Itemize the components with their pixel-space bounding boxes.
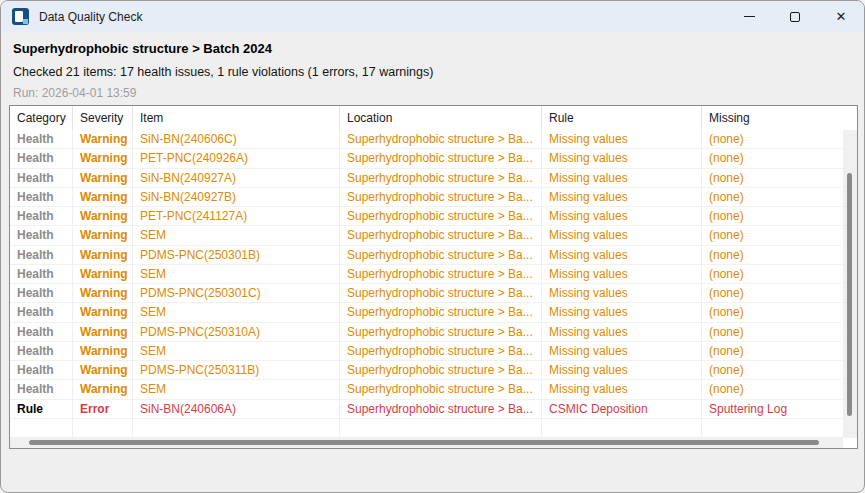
cell-location: Superhydrophobic structure > Ba...: [340, 265, 542, 283]
cell-rule: Missing values: [542, 169, 702, 187]
vertical-scrollbar[interactable]: [843, 130, 857, 437]
cell-location: Superhydrophobic structure > Ba...: [340, 246, 542, 264]
table-row[interactable]: Health Warning PDMS-PNC(250301B) Superhy…: [10, 246, 857, 265]
cell-item: SEM: [133, 226, 340, 244]
cell-location: Superhydrophobic structure > Ba...: [340, 361, 542, 379]
cell-item: SiN-BN(240927A): [133, 169, 340, 187]
table-row[interactable]: Health Warning SiN-BN(240927B) Superhydr…: [10, 188, 857, 207]
cell-rule: Missing values: [542, 361, 702, 379]
column-header-severity[interactable]: Severity: [73, 106, 133, 130]
cell-item: SEM: [133, 342, 340, 360]
app-document-icon: [12, 8, 29, 25]
cell-missing: Sputtering Log: [702, 400, 857, 418]
check-summary: Checked 21 items: 17 health issues, 1 ru…: [13, 65, 852, 79]
cell-severity: Warning: [73, 361, 133, 379]
cell-missing: (none): [702, 246, 857, 264]
cell-location: Superhydrophobic structure > Ba...: [340, 303, 542, 321]
cell-category: Health: [10, 246, 73, 264]
cell-missing: (none): [702, 265, 857, 283]
cell-missing: (none): [702, 169, 857, 187]
cell-item: PDMS-PNC(250301C): [133, 284, 340, 302]
table-row[interactable]: Health Warning SEM Superhydrophobic stru…: [10, 342, 857, 361]
summary-block: Superhydrophobic structure > Batch 2024 …: [1, 32, 864, 100]
cell-category: Health: [10, 303, 73, 321]
horizontal-scrollbar-thumb[interactable]: [29, 440, 819, 445]
cell-severity: Warning: [73, 265, 133, 283]
cell-location: Superhydrophobic structure > Ba...: [340, 207, 542, 225]
cell-location: Superhydrophobic structure > Ba...: [340, 149, 542, 167]
cell-item: SEM: [133, 265, 340, 283]
cell-rule: Missing values: [542, 246, 702, 264]
cell-category: Health: [10, 188, 73, 206]
close-icon: ✕: [836, 10, 847, 23]
cell-rule: Missing values: [542, 130, 702, 148]
table-row[interactable]: Health Warning SEM Superhydrophobic stru…: [10, 380, 857, 399]
cell-rule: CSMIC Deposition: [542, 400, 702, 418]
column-header-location[interactable]: Location: [340, 106, 542, 130]
table-row-empty: [10, 419, 857, 438]
cell-location: Superhydrophobic structure > Ba...: [340, 130, 542, 148]
table-row[interactable]: Health Warning SEM Superhydrophobic stru…: [10, 226, 857, 245]
table-header-row: Category Severity Item Location Rule Mis…: [10, 106, 857, 130]
cell-item: PDMS-PNC(250310A): [133, 323, 340, 341]
cell-rule: Missing values: [542, 303, 702, 321]
results-table: Category Severity Item Location Rule Mis…: [9, 105, 858, 449]
cell-category: Health: [10, 265, 73, 283]
table-row[interactable]: Health Warning SiN-BN(240927A) Superhydr…: [10, 169, 857, 188]
cell-item: [133, 419, 340, 437]
column-header-missing[interactable]: Missing: [702, 106, 857, 130]
table-row[interactable]: Health Warning PDMS-PNC(250310A) Superhy…: [10, 323, 857, 342]
maximize-button[interactable]: [772, 1, 818, 32]
cell-category: Health: [10, 323, 73, 341]
cell-item: PDMS-PNC(250301B): [133, 246, 340, 264]
title-bar: Data Quality Check ✕: [1, 1, 864, 32]
table-row[interactable]: Health Warning PDMS-PNC(250301C) Superhy…: [10, 284, 857, 303]
cell-rule: Missing values: [542, 342, 702, 360]
cell-severity: Warning: [73, 149, 133, 167]
table-row[interactable]: Health Warning SEM Superhydrophobic stru…: [10, 303, 857, 322]
column-header-rule[interactable]: Rule: [542, 106, 702, 130]
table-row[interactable]: Health Warning PDMS-PNC(250311B) Superhy…: [10, 361, 857, 380]
vertical-scrollbar-thumb[interactable]: [847, 173, 852, 416]
table-row[interactable]: Rule Error SiN-BN(240606A) Superhydropho…: [10, 400, 857, 419]
cell-category: Rule: [10, 400, 73, 418]
maximize-icon: [790, 12, 800, 22]
cell-missing: (none): [702, 207, 857, 225]
cell-missing: (none): [702, 342, 857, 360]
cell-item: PDMS-PNC(250311B): [133, 361, 340, 379]
cell-item: SiN-BN(240606C): [133, 130, 340, 148]
cell-missing: (none): [702, 361, 857, 379]
run-timestamp: Run: 2026-04-01 13:59: [13, 86, 852, 100]
cell-severity: Warning: [73, 226, 133, 244]
cell-category: Health: [10, 361, 73, 379]
cell-location: Superhydrophobic structure > Ba...: [340, 400, 542, 418]
cell-rule: Missing values: [542, 207, 702, 225]
table-row[interactable]: Health Warning PET-PNC(240926A) Superhyd…: [10, 149, 857, 168]
cell-category: Health: [10, 226, 73, 244]
minimize-button[interactable]: [726, 1, 772, 32]
column-header-category[interactable]: Category: [10, 106, 73, 130]
table-row[interactable]: Health Warning SiN-BN(240606C) Superhydr…: [10, 130, 857, 149]
cell-severity: Warning: [73, 188, 133, 206]
cell-location: Superhydrophobic structure > Ba...: [340, 380, 542, 398]
close-button[interactable]: ✕: [818, 1, 864, 32]
cell-missing: (none): [702, 188, 857, 206]
cell-category: Health: [10, 149, 73, 167]
cell-severity: [73, 419, 133, 437]
cell-severity: Warning: [73, 342, 133, 360]
cell-category: Health: [10, 284, 73, 302]
cell-item: SiN-BN(240927B): [133, 188, 340, 206]
cell-rule: Missing values: [542, 226, 702, 244]
cell-rule: Missing values: [542, 149, 702, 167]
horizontal-scrollbar[interactable]: [10, 437, 843, 448]
cell-rule: Missing values: [542, 265, 702, 283]
cell-severity: Warning: [73, 303, 133, 321]
table-body: Health Warning SiN-BN(240606C) Superhydr…: [10, 130, 857, 438]
cell-item: SiN-BN(240606A): [133, 400, 340, 418]
table-row[interactable]: Health Warning PET-PNC(241127A) Superhyd…: [10, 207, 857, 226]
table-row[interactable]: Health Warning SEM Superhydrophobic stru…: [10, 265, 857, 284]
cell-missing: (none): [702, 149, 857, 167]
column-header-item[interactable]: Item: [133, 106, 340, 130]
cell-rule: [542, 419, 702, 437]
cell-location: Superhydrophobic structure > Ba...: [340, 226, 542, 244]
